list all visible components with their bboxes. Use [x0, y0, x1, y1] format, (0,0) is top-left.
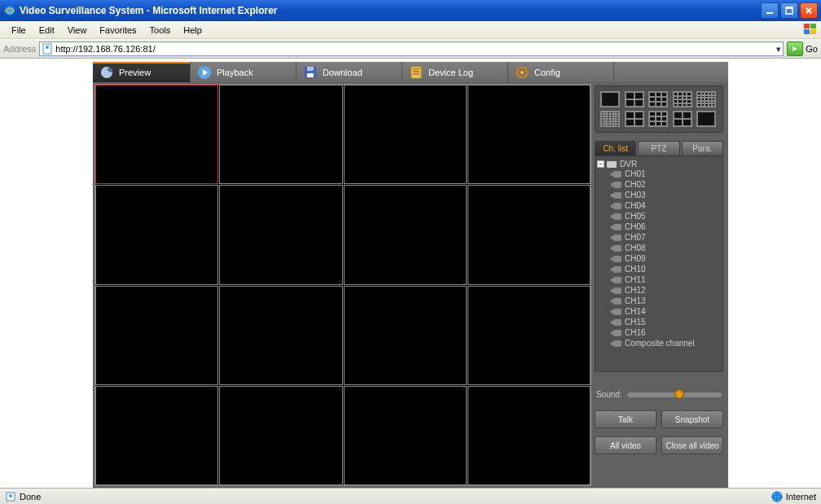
tree-item-ch05[interactable]: CH05: [597, 211, 721, 221]
ie-icon: [3, 4, 16, 17]
tree-collapse-icon[interactable]: −: [597, 160, 604, 168]
video-cell-1[interactable]: [95, 85, 218, 184]
minimize-button[interactable]: [761, 2, 779, 19]
video-cell-7[interactable]: [344, 185, 467, 284]
maximize-button[interactable]: [780, 2, 798, 19]
address-dropdown-icon[interactable]: ▾: [776, 44, 781, 55]
subtab-para[interactable]: Para.: [682, 141, 723, 156]
video-cell-16[interactable]: [468, 386, 591, 485]
video-cell-12[interactable]: [468, 286, 591, 385]
address-url-text: http://192.168.76.126:81/: [55, 44, 155, 54]
layout-alt-3[interactable]: [673, 111, 692, 127]
tree-item-composite-channel[interactable]: Composite channel: [597, 338, 721, 348]
address-input[interactable]: http://192.168.76.126:81/ ▾: [39, 42, 784, 56]
tree-item-label: CH12: [625, 286, 646, 295]
svg-rect-1: [766, 12, 773, 14]
tree-item-label: CH08: [625, 243, 646, 252]
svg-point-0: [5, 6, 15, 15]
dvr-icon: [607, 161, 617, 168]
menu-favorites[interactable]: Favorites: [93, 24, 143, 37]
layout-16[interactable]: [673, 91, 692, 107]
tree-item-ch03[interactable]: CH03: [597, 190, 721, 200]
layout-1[interactable]: [600, 91, 620, 107]
menu-help[interactable]: Help: [177, 24, 209, 37]
disk-icon: [303, 65, 318, 80]
layout-alt-1[interactable]: [625, 111, 644, 127]
layout-4[interactable]: [625, 91, 644, 107]
sound-slider[interactable]: [627, 392, 722, 397]
go-label: Go: [806, 44, 818, 54]
close-all-video-button[interactable]: Close all video: [661, 436, 723, 454]
tab-playback[interactable]: Playback: [191, 62, 296, 82]
tree-root-dvr[interactable]: − DVR: [597, 160, 721, 169]
layout-25[interactable]: [696, 91, 716, 107]
video-cell-8[interactable]: [468, 185, 591, 284]
svg-point-23: [9, 494, 12, 497]
video-cell-14[interactable]: [219, 386, 342, 485]
status-bar: Done Internet: [0, 488, 821, 504]
tree-item-ch13[interactable]: CH13: [597, 296, 721, 306]
tree-item-label: CH02: [625, 180, 646, 189]
camera-icon: [613, 287, 621, 294]
window-titlebar: Video Surveillance System - Microsoft In…: [0, 0, 821, 21]
tree-root-label: DVR: [620, 160, 637, 169]
sound-control: Sound:: [595, 390, 723, 399]
snapshot-button[interactable]: Snapshot: [661, 410, 723, 428]
menu-file[interactable]: File: [5, 24, 33, 37]
tree-item-ch09[interactable]: CH09: [597, 253, 721, 264]
menu-edit[interactable]: Edit: [33, 24, 61, 37]
sound-slider-thumb[interactable]: [674, 389, 684, 399]
tab-download[interactable]: Download: [296, 62, 402, 82]
video-cell-15[interactable]: [344, 386, 467, 485]
video-cell-3[interactable]: [344, 85, 467, 184]
tree-item-ch16[interactable]: CH16: [597, 327, 721, 338]
menu-view[interactable]: View: [61, 24, 94, 37]
video-cell-9[interactable]: [95, 286, 218, 385]
video-cell-13[interactable]: [95, 386, 218, 485]
tree-item-ch01[interactable]: CH01: [597, 169, 721, 179]
video-cell-4[interactable]: [468, 85, 591, 184]
channel-tree: − DVR CH01CH02CH03CH04CH05CH06CH07CH08CH…: [595, 156, 723, 372]
subtab-ptz[interactable]: PTZ: [638, 141, 679, 156]
tree-item-label: CH06: [625, 222, 646, 231]
tree-item-ch10[interactable]: CH10: [597, 264, 721, 274]
tab-config[interactable]: Config: [508, 62, 614, 82]
tree-item-ch11[interactable]: CH11: [597, 274, 721, 285]
layout-36[interactable]: [600, 111, 620, 127]
tree-item-label: CH03: [625, 191, 646, 199]
tree-item-ch12[interactable]: CH12: [597, 285, 721, 296]
tab-label: Preview: [119, 68, 151, 77]
tree-item-ch07[interactable]: CH07: [597, 232, 721, 243]
subtab-channel-list[interactable]: Ch. list: [595, 141, 636, 156]
video-cell-11[interactable]: [344, 286, 467, 385]
layout-fullscreen[interactable]: [696, 111, 716, 127]
tree-item-ch15[interactable]: CH15: [597, 317, 721, 327]
tree-item-ch08[interactable]: CH08: [597, 243, 721, 253]
tree-item-label: CH11: [625, 275, 646, 284]
layout-alt-2[interactable]: [648, 111, 668, 127]
talk-button[interactable]: Talk: [595, 410, 656, 428]
tree-item-ch14[interactable]: CH14: [597, 306, 721, 317]
close-button[interactable]: [800, 2, 818, 19]
layout-9[interactable]: [648, 91, 668, 107]
video-cell-2[interactable]: [219, 85, 342, 184]
svg-rect-4: [804, 24, 810, 28]
svg-rect-5: [810, 24, 816, 28]
tab-preview[interactable]: Preview: [93, 62, 191, 82]
all-video-button[interactable]: All video: [595, 436, 656, 454]
tree-item-label: CH01: [625, 169, 646, 178]
tree-item-label: CH14: [625, 307, 646, 316]
video-cell-10[interactable]: [219, 286, 342, 385]
tree-item-label: CH10: [625, 265, 646, 274]
tab-device-log[interactable]: Device Log: [402, 62, 508, 82]
tree-item-ch04[interactable]: CH04: [597, 200, 721, 211]
video-cell-6[interactable]: [219, 185, 342, 284]
menu-tools[interactable]: Tools: [143, 24, 178, 37]
video-cell-5[interactable]: [95, 185, 218, 284]
tree-item-ch02[interactable]: CH02: [597, 179, 721, 190]
go-button[interactable]: [787, 42, 803, 56]
tree-item-ch06[interactable]: CH06: [597, 221, 721, 232]
camera-icon: [613, 309, 621, 315]
tab-label: Download: [323, 68, 362, 77]
svg-rect-6: [804, 29, 810, 34]
